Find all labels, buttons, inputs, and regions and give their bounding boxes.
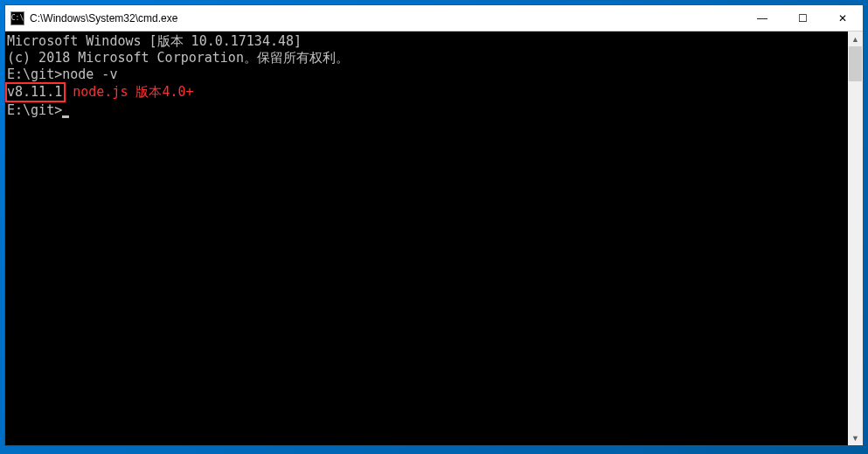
terminal-output[interactable]: Microsoft Windows [版本 10.0.17134.48](c) … bbox=[5, 31, 848, 445]
cmd-icon: C:\ bbox=[10, 11, 24, 25]
terminal-line: E:\git>node -v bbox=[7, 66, 848, 83]
terminal-line: E:\git> bbox=[7, 102, 848, 119]
annotation-text: node.js 版本4.0+ bbox=[73, 84, 193, 100]
prompt-path: E:\git> bbox=[7, 102, 62, 118]
node-version-output: v8.11.1 bbox=[7, 84, 62, 100]
scroll-up-button[interactable]: ▲ bbox=[848, 31, 863, 46]
terminal-line: v8.11.1node.js 版本4.0+ bbox=[7, 82, 848, 102]
prompt-path: E:\git> bbox=[7, 66, 62, 82]
window-controls: — ☐ ✕ bbox=[742, 5, 863, 31]
scroll-thumb[interactable] bbox=[849, 46, 862, 81]
titlebar[interactable]: C:\ C:\Windows\System32\cmd.exe — ☐ ✕ bbox=[5, 5, 863, 31]
scrollbar[interactable]: ▲ ▼ bbox=[848, 31, 863, 445]
terminal-line: (c) 2018 Microsoft Corporation。保留所有权利。 bbox=[7, 50, 848, 66]
scroll-down-button[interactable]: ▼ bbox=[848, 430, 863, 445]
terminal-line: Microsoft Windows [版本 10.0.17134.48] bbox=[7, 33, 848, 50]
cursor bbox=[62, 115, 69, 118]
close-button[interactable]: ✕ bbox=[823, 5, 863, 31]
prompt-command: node -v bbox=[62, 66, 117, 82]
window-title: C:\Windows\System32\cmd.exe bbox=[30, 12, 742, 24]
highlight-box: v8.11.1 bbox=[5, 82, 66, 102]
terminal-wrap: Microsoft Windows [版本 10.0.17134.48](c) … bbox=[5, 31, 863, 445]
cmd-window: C:\ C:\Windows\System32\cmd.exe — ☐ ✕ Mi… bbox=[4, 4, 864, 446]
maximize-button[interactable]: ☐ bbox=[782, 5, 823, 31]
minimize-button[interactable]: — bbox=[742, 5, 782, 31]
